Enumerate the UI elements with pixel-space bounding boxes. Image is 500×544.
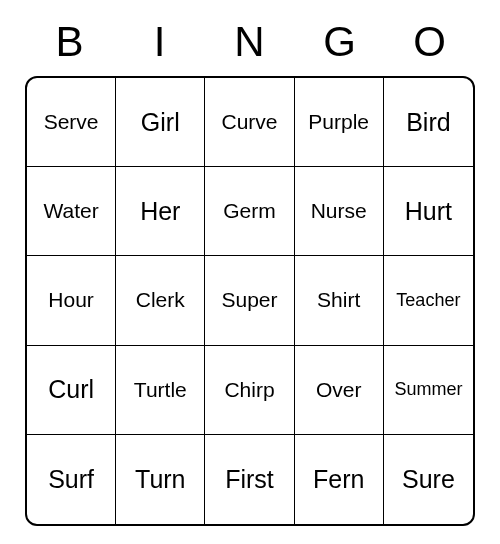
- header-g: G: [295, 18, 385, 76]
- bingo-header: B I N G O: [25, 18, 475, 76]
- bingo-cell[interactable]: Clerk: [116, 256, 205, 345]
- bingo-cell[interactable]: Curve: [205, 78, 294, 167]
- bingo-card: B I N G O Serve Girl Curve Purple Bird W…: [25, 18, 475, 526]
- bingo-cell[interactable]: Serve: [27, 78, 116, 167]
- bingo-cell[interactable]: Curl: [27, 346, 116, 435]
- bingo-cell[interactable]: First: [205, 435, 294, 524]
- bingo-cell[interactable]: Over: [295, 346, 384, 435]
- bingo-cell[interactable]: Turn: [116, 435, 205, 524]
- bingo-cell[interactable]: Girl: [116, 78, 205, 167]
- bingo-cell[interactable]: Shirt: [295, 256, 384, 345]
- bingo-cell[interactable]: Turtle: [116, 346, 205, 435]
- bingo-cell[interactable]: Germ: [205, 167, 294, 256]
- bingo-cell[interactable]: Fern: [295, 435, 384, 524]
- bingo-cell[interactable]: Water: [27, 167, 116, 256]
- header-b: B: [25, 18, 115, 76]
- bingo-cell[interactable]: Purple: [295, 78, 384, 167]
- bingo-cell[interactable]: Teacher: [384, 256, 473, 345]
- bingo-cell[interactable]: Sure: [384, 435, 473, 524]
- bingo-cell[interactable]: Bird: [384, 78, 473, 167]
- bingo-cell[interactable]: Surf: [27, 435, 116, 524]
- bingo-cell[interactable]: Nurse: [295, 167, 384, 256]
- bingo-cell[interactable]: Her: [116, 167, 205, 256]
- bingo-grid: Serve Girl Curve Purple Bird Water Her G…: [25, 76, 475, 526]
- bingo-cell[interactable]: Hurt: [384, 167, 473, 256]
- header-o: O: [385, 18, 475, 76]
- bingo-cell[interactable]: Hour: [27, 256, 116, 345]
- bingo-cell[interactable]: Chirp: [205, 346, 294, 435]
- header-i: I: [115, 18, 205, 76]
- bingo-cell[interactable]: Super: [205, 256, 294, 345]
- header-n: N: [205, 18, 295, 76]
- bingo-cell[interactable]: Summer: [384, 346, 473, 435]
